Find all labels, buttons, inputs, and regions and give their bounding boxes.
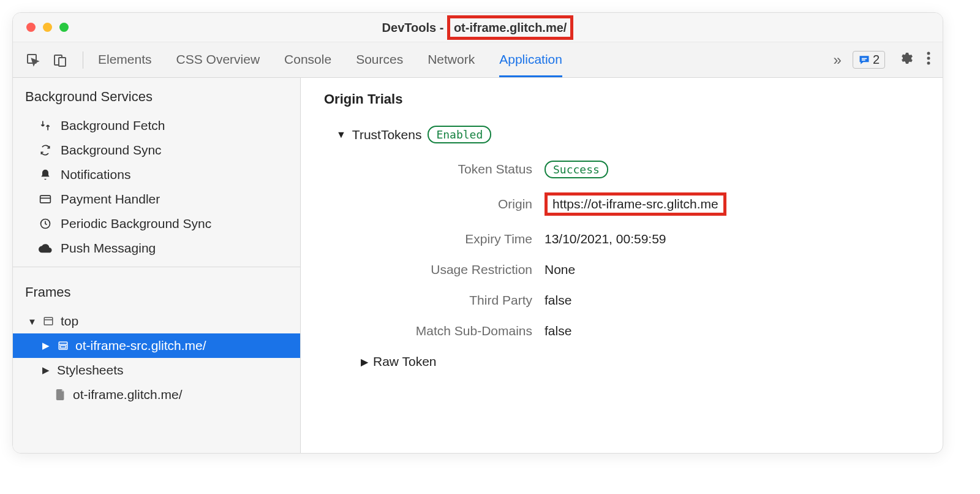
settings-icon[interactable] [899, 51, 913, 69]
tab-network[interactable]: Network [428, 44, 475, 77]
value-usage: None [545, 262, 919, 277]
svg-rect-8 [40, 196, 51, 203]
window-icon [42, 315, 55, 327]
sidebar-item-label: Periodic Background Sync [61, 216, 211, 231]
svg-rect-2 [59, 58, 66, 66]
svg-point-6 [927, 57, 930, 60]
tree-stylesheet-item[interactable]: ot-iframe.glitch.me/ [13, 382, 300, 407]
chevron-right-icon: ▶ [42, 340, 51, 351]
label-origin: Origin [361, 197, 545, 211]
sidebar-item-label: Push Messaging [61, 241, 156, 256]
label-match-sub: Match Sub-Domains [361, 324, 545, 338]
tab-console[interactable]: Console [284, 44, 331, 77]
tree-label: Stylesheets [57, 363, 124, 378]
origin-highlight: https://ot-iframe-src.glitch.me [545, 192, 726, 216]
title-url-highlight: ot-iframe.glitch.me/ [447, 15, 573, 40]
sidebar-item-bg-sync[interactable]: Background Sync [13, 138, 300, 162]
svg-rect-11 [44, 317, 53, 325]
tab-application[interactable]: Application [499, 44, 562, 77]
cloud-icon [39, 241, 52, 255]
inspect-element-icon[interactable] [25, 52, 41, 68]
right-tools: 2 [853, 51, 930, 69]
main-tabs: Elements CSS Overview Console Sources Ne… [98, 44, 823, 77]
tab-css-overview[interactable]: CSS Overview [176, 44, 260, 77]
sidebar-item-label: Payment Handler [61, 192, 160, 207]
sync-icon [39, 143, 52, 157]
minimize-window-button[interactable] [43, 23, 52, 32]
bell-icon [39, 168, 52, 181]
application-sidebar: Background Services Background Fetch Bac… [13, 78, 301, 453]
card-icon [39, 192, 52, 206]
svg-rect-3 [862, 58, 867, 59]
sidebar-section-bg-services: Background Services [13, 78, 300, 113]
tab-elements[interactable]: Elements [98, 44, 152, 77]
tree-frame-selected[interactable]: ▶ ot-iframe-src.glitch.me/ [13, 333, 300, 358]
file-icon [55, 389, 67, 401]
label-token-status: Token Status [361, 162, 545, 177]
window-title: DevTools - ot-iframe.glitch.me/ [13, 15, 943, 40]
value-third-party: false [545, 293, 919, 308]
label-third-party: Third Party [361, 293, 545, 308]
devtools-window: DevTools - ot-iframe.glitch.me/ Elements… [12, 12, 943, 454]
trial-status-badge: Enabled [428, 126, 491, 143]
sidebar-divider [13, 267, 300, 267]
value-expiry: 13/10/2021, 00:59:59 [545, 232, 919, 246]
tree-label: ot-iframe-src.glitch.me/ [75, 338, 206, 353]
sidebar-item-payment-handler[interactable]: Payment Handler [13, 187, 300, 211]
traffic-lights [13, 23, 69, 32]
trial-details: Token Status Success Origin https://ot-i… [361, 162, 919, 338]
chevron-right-icon: ▶ [361, 356, 368, 368]
tree-top-frame[interactable]: ▼ top [13, 309, 300, 333]
tabbar: Elements CSS Overview Console Sources Ne… [13, 42, 943, 78]
sidebar-item-label: Background Fetch [61, 118, 165, 133]
bg-fetch-icon [39, 119, 52, 132]
sidebar-item-periodic-sync[interactable]: Periodic Background Sync [13, 211, 300, 236]
iframe-icon [57, 340, 69, 352]
raw-token-label: Raw Token [373, 354, 437, 369]
value-match-sub: false [545, 324, 919, 338]
trial-name: TrustTokens [352, 127, 422, 142]
chevron-down-icon: ▼ [336, 129, 346, 140]
tree-stylesheets[interactable]: ▶ Stylesheets [13, 358, 300, 382]
chevron-down-icon: ▼ [28, 316, 36, 327]
svg-point-5 [927, 52, 930, 55]
sidebar-section-frames: Frames [13, 273, 300, 309]
svg-rect-4 [862, 59, 865, 61]
svg-point-7 [927, 62, 930, 65]
maximize-window-button[interactable] [59, 23, 69, 32]
raw-token-row[interactable]: ▶ Raw Token [361, 354, 919, 369]
messages-button[interactable]: 2 [853, 51, 885, 69]
svg-rect-15 [61, 346, 66, 348]
content-panel: Origin Trials ▼ TrustTokens Enabled Toke… [301, 78, 943, 453]
title-prefix: DevTools - [382, 21, 447, 34]
sidebar-item-bg-fetch[interactable]: Background Fetch [13, 113, 300, 138]
label-expiry: Expiry Time [361, 232, 545, 246]
sidebar-item-notifications[interactable]: Notifications [13, 162, 300, 187]
token-status-badge: Success [545, 161, 608, 178]
value-token-status: Success [545, 162, 919, 177]
chevron-right-icon: ▶ [42, 365, 51, 376]
main-split: Background Services Background Fetch Bac… [13, 78, 943, 453]
more-tabs-icon[interactable]: » [834, 51, 842, 69]
tree-label: ot-iframe.glitch.me/ [73, 387, 183, 402]
sidebar-item-label: Background Sync [61, 143, 162, 158]
clock-icon [39, 217, 52, 230]
trial-row[interactable]: ▼ TrustTokens Enabled [336, 126, 919, 143]
tree-label: top [61, 314, 78, 329]
titlebar: DevTools - ot-iframe.glitch.me/ [13, 13, 943, 42]
sidebar-item-label: Notifications [61, 167, 130, 182]
frames-tree: ▼ top ▶ ot-iframe-src.glitch.me/ ▶ Style… [13, 309, 300, 413]
message-icon [858, 54, 870, 66]
tab-sources[interactable]: Sources [356, 44, 403, 77]
sidebar-item-push-messaging[interactable]: Push Messaging [13, 236, 300, 260]
close-window-button[interactable] [26, 23, 36, 32]
toolbar-divider [83, 51, 83, 69]
message-count: 2 [873, 53, 880, 67]
more-options-icon[interactable] [927, 51, 930, 69]
content-heading: Origin Trials [324, 91, 919, 107]
label-usage: Usage Restriction [361, 262, 545, 277]
device-toolbar-icon[interactable] [52, 52, 68, 68]
value-origin: https://ot-iframe-src.glitch.me [545, 192, 919, 216]
